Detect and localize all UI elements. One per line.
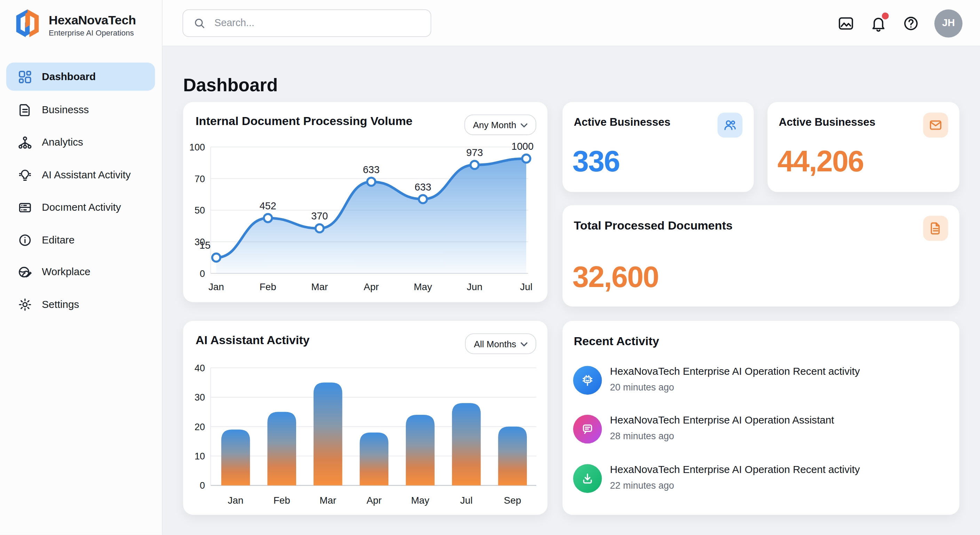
svg-text:Mar: Mar: [320, 495, 336, 506]
activity-row[interactable]: HexaNovaTech Enterprise AI Operation Rec…: [573, 464, 949, 500]
sidebar-item-ai-assistant-activity[interactable]: AI Assistant Activity: [6, 161, 155, 189]
mail-icon: [923, 112, 948, 137]
sidebar-item-dociment-activity[interactable]: Docıment Activity: [6, 193, 155, 222]
svg-text:Jul: Jul: [460, 495, 473, 506]
svg-text:Apr: Apr: [364, 281, 379, 292]
lightbulb-icon: [18, 167, 32, 182]
active-businesses-card-2: Active Businesses 44,206: [767, 102, 959, 192]
sidebar-item-editare[interactable]: Editare: [6, 226, 155, 254]
sidebar-item-label: Workplace: [42, 266, 90, 278]
svg-text:10: 10: [194, 451, 205, 462]
search-input[interactable]: [213, 17, 415, 29]
svg-text:30: 30: [194, 392, 205, 402]
total-processed-documents-card: Total Processed Documents 32,600: [562, 205, 959, 307]
processing-volume-chart: 030507010015Jan452Feb370Mar633Apr633May9…: [183, 102, 547, 302]
svg-text:70: 70: [194, 174, 205, 184]
svg-text:20: 20: [194, 422, 205, 432]
sidebar-item-label: Settings: [42, 299, 79, 310]
sidebar-item-dashboard[interactable]: Dashboard: [6, 63, 155, 91]
page-title: Dashboard: [183, 75, 278, 96]
svg-text:452: 452: [259, 200, 276, 211]
svg-text:15: 15: [199, 240, 210, 251]
svg-text:1000: 1000: [511, 141, 533, 152]
svg-text:370: 370: [311, 210, 328, 222]
svg-text:973: 973: [466, 147, 483, 158]
active-businesses-card-1: Active Businesses 336: [562, 102, 754, 192]
help-button[interactable]: [902, 14, 919, 32]
notification-badge: [882, 13, 889, 19]
svg-text:May: May: [414, 281, 432, 292]
download-icon: [573, 464, 602, 493]
activity-title: HexaNovaTech Enterprise AI Operation Rec…: [610, 366, 860, 377]
stat-title: Active Businesses: [574, 116, 671, 129]
hierarchy-icon: [18, 135, 32, 150]
sidebar-item-analytics[interactable]: Analytics: [6, 128, 155, 157]
media-button[interactable]: [837, 14, 854, 32]
sidebar-item-label: AI Assistant Activity: [42, 169, 130, 181]
brand-name: HexaNovaTech: [49, 13, 136, 27]
sidebar-item-label: Editare: [42, 234, 75, 246]
svg-text:40: 40: [194, 363, 205, 374]
svg-text:633: 633: [363, 164, 380, 175]
sidebar-item-label: Analytics: [42, 137, 83, 149]
ai-activity-chart: 010203040JanFebMarAprMayJulSep: [183, 321, 547, 515]
activity-title: HexaNovaTech Enterprise AI Operation Ass…: [610, 415, 834, 425]
grid-icon: [18, 69, 32, 84]
sidebar-item-label: Docıment Activity: [42, 201, 121, 213]
notifications-button[interactable]: [869, 14, 887, 32]
recent-activity-title: Recent Activity: [574, 335, 659, 349]
ai-brain-icon: [573, 366, 602, 395]
users-icon: [718, 112, 743, 137]
sidebar-item-businesss[interactable]: Businesss: [6, 96, 155, 124]
svg-text:Jul: Jul: [520, 281, 533, 292]
dashboard-screen: HexaNovaTech Enterprise AI Operations Da…: [0, 0, 980, 535]
file-icon: [18, 102, 32, 117]
svg-text:100: 100: [189, 142, 205, 153]
stat-title: Active Businesses: [779, 116, 876, 129]
stat-value: 44,206: [778, 144, 864, 178]
sidebar-item-settings[interactable]: Settings: [6, 290, 155, 318]
svg-text:Jan: Jan: [208, 281, 224, 292]
image-icon: [837, 14, 854, 31]
sidebar-item-workplace[interactable]: Workplace: [6, 258, 155, 286]
activity-row[interactable]: HexaNovaTech Enterprise AI Operation Rec…: [573, 366, 949, 401]
ai-activity-card: AI Assistant Activity All Months 0102030…: [183, 321, 547, 515]
activity-time: 20 minutes ago: [610, 382, 860, 392]
svg-text:Mar: Mar: [311, 281, 328, 292]
help-icon: [902, 14, 919, 31]
svg-text:Feb: Feb: [274, 495, 290, 506]
activity-time: 22 minutes ago: [610, 480, 860, 490]
svg-text:Apr: Apr: [366, 495, 382, 506]
processing-volume-card: Internal Document Processing Volume Any …: [183, 102, 547, 302]
server-icon: [18, 200, 32, 215]
brand: HexaNovaTech Enterprise AI Operations: [13, 8, 136, 43]
svg-text:Jun: Jun: [467, 281, 482, 292]
sidebar-item-label: Dashboard: [42, 71, 96, 83]
stat-value: 32,600: [573, 259, 659, 294]
svg-text:May: May: [411, 495, 430, 506]
topbar: JH: [162, 0, 980, 46]
activity-row[interactable]: HexaNovaTech Enterprise AI Operation Ass…: [573, 415, 949, 450]
svg-text:Jan: Jan: [228, 495, 243, 506]
activity-title: HexaNovaTech Enterprise AI Operation Rec…: [610, 464, 860, 475]
globe-icon: [18, 264, 32, 279]
svg-text:0: 0: [200, 480, 205, 491]
brand-tagline: Enterprise AI Operations: [49, 29, 136, 37]
topbar-actions: JH: [837, 0, 963, 46]
activity-time: 28 minutes ago: [610, 430, 834, 441]
svg-text:50: 50: [194, 205, 205, 216]
avatar[interactable]: JH: [934, 9, 963, 37]
sidebar: HexaNovaTech Enterprise AI Operations Da…: [0, 0, 162, 535]
svg-text:Sep: Sep: [504, 495, 521, 506]
info-icon: [18, 232, 32, 247]
svg-text:633: 633: [414, 182, 431, 193]
stat-value: 336: [573, 144, 619, 178]
search-icon: [193, 17, 206, 29]
recent-activity-card: Recent Activity HexaNovaTech Enterprise …: [562, 321, 959, 515]
brand-logo-icon: [13, 8, 43, 43]
document-icon: [923, 216, 948, 241]
svg-text:0: 0: [200, 268, 205, 279]
stat-title: Total Processed Documents: [574, 219, 733, 233]
svg-text:Feb: Feb: [259, 281, 276, 292]
search-box: [182, 10, 431, 37]
